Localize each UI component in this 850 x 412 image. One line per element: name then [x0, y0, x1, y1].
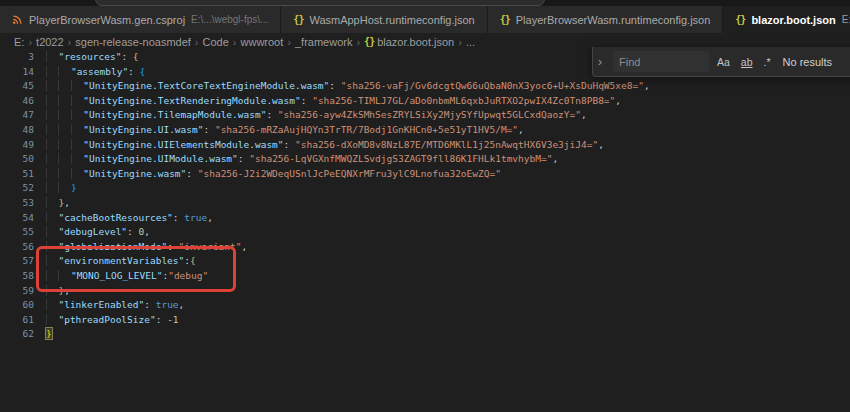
line-number: 59 [0, 284, 34, 299]
json-icon: {} [293, 14, 303, 25]
tab-label: blazor.boot.json [751, 14, 835, 26]
breadcrumb-item-label: ... [466, 36, 475, 48]
code-line[interactable]: 62} [0, 327, 850, 342]
indent-guide [71, 80, 83, 91]
breadcrumb-item-label: t2022 [36, 36, 64, 48]
code-line[interactable]: 54 "cacheBootResources": true, [0, 211, 850, 226]
token: { [190, 255, 196, 266]
indent-guide [46, 270, 58, 281]
token: : [329, 80, 340, 91]
indent-guide [46, 168, 58, 179]
code-text: "linkerEnabled": true, [34, 298, 184, 313]
breadcrumb-item-label: blazor.boot.json [377, 36, 454, 48]
tab-wasmapphost-runtimeconfig-json[interactable]: {}WasmAppHost.runtimeconfig.json [281, 6, 487, 33]
indent-guide [46, 182, 58, 193]
find-widget: › Find Aa ab .* No results ↑ ↓ ✕ [592, 47, 850, 77]
line-number: 51 [0, 167, 34, 182]
code-line[interactable]: 56 "globalizationMode": "invariant", [0, 240, 850, 255]
code-line[interactable]: 50 "UnityEngine.UIModule.wasm": "sha256-… [0, 152, 850, 167]
token: , [581, 109, 587, 120]
token: , [144, 226, 150, 237]
find-toggle-replace-chevron-icon[interactable]: › [598, 55, 608, 69]
match-case-icon[interactable]: Aa [714, 54, 733, 70]
token: "pthreadPoolSize" [58, 314, 155, 325]
line-number: 47 [0, 108, 34, 123]
breadcrumb-item-label: wwwroot [241, 36, 284, 48]
code-line[interactable]: 61 "pthreadPoolSize": -1 [0, 313, 850, 328]
code-area[interactable]: 3 "resources": {14 "assembly": {45 "Unit… [0, 50, 850, 412]
code-text: "debugLevel": 0, [34, 225, 150, 240]
code-line[interactable]: 52 } [0, 181, 850, 196]
code-line[interactable]: 55 "debugLevel": 0, [0, 225, 850, 240]
find-input[interactable]: Find [613, 51, 709, 72]
token: true [156, 299, 179, 310]
breadcrumb-separator-icon: › [233, 36, 237, 48]
find-results-label: No results [783, 56, 833, 68]
indent-guide [71, 109, 83, 120]
code-text: "UnityEngine.TilemapModule.wasm": "sha25… [34, 108, 587, 123]
breadcrumb-item[interactable]: {}blazor.boot.json [364, 36, 454, 48]
whole-word-icon[interactable]: ab [738, 54, 756, 70]
token: : [144, 299, 155, 310]
breadcrumb-item[interactable]: _framework [295, 36, 352, 48]
breadcrumb-item[interactable]: E: [14, 36, 24, 48]
token: , [64, 197, 70, 208]
indent-guide [58, 124, 70, 135]
breadcrumb-separator-icon: › [28, 36, 32, 48]
tab-playerbrowserwasm-gen-csproj[interactable]: PlayerBrowserWasm.gen.csprojE:\...\webgl… [0, 6, 281, 33]
line-number: 46 [0, 94, 34, 109]
code-text: "UnityEngine.TextRenderingModule.wasm": … [34, 94, 621, 109]
breadcrumb-item[interactable]: sgen-release-noasmdef [75, 36, 191, 48]
token: : [173, 212, 184, 223]
code-line[interactable]: 58 "MONO_LOG_LEVEL":"debug" [0, 269, 850, 284]
code-line[interactable]: 46 "UnityEngine.TextRenderingModule.wasm… [0, 94, 850, 109]
code-line[interactable]: 47 "UnityEngine.TilemapModule.wasm": "sh… [0, 108, 850, 123]
token: "UnityEngine.UIElementsModule.wasm" [83, 139, 283, 150]
indent-guide [71, 168, 83, 179]
title-bar [0, 0, 850, 6]
code-line[interactable]: 57 "environmentVariables":{ [0, 254, 850, 269]
regex-icon[interactable]: .* [761, 54, 774, 70]
tab-playerbrowserwasm-runtimeconfig-json[interactable]: {}PlayerBrowserWasm.runtimeconfig.json [488, 6, 724, 33]
code-line[interactable]: 51 "UnityEngine.wasm": "sha256-J2i2WDeqU… [0, 167, 850, 182]
token: "UnityEngine.wasm" [83, 168, 186, 179]
indent-guide [46, 255, 58, 266]
token: : [238, 153, 249, 164]
line-number: 62 [0, 327, 34, 342]
code-text: "UnityEngine.TextCoreTextEngineModule.wa… [34, 79, 650, 94]
indent-guide [58, 109, 70, 120]
line-number: 49 [0, 138, 34, 153]
token: "UnityEngine.TilemapModule.wasm" [83, 109, 266, 120]
code-line[interactable]: 53 }, [0, 196, 850, 211]
token: "sha256-vaFj/Gv6dcgtQw66uQbaN0nX3yoc6+U+… [341, 80, 644, 91]
code-line[interactable]: 60 "linkerEnabled": true, [0, 298, 850, 313]
tab-label: PlayerBrowserWasm.gen.csproj [29, 14, 185, 26]
line-number: 55 [0, 225, 34, 240]
token: , [518, 124, 524, 135]
code-line[interactable]: 45 "UnityEngine.TextCoreTextEngineModule… [0, 79, 850, 94]
breadcrumb-item[interactable]: wwwroot [241, 36, 284, 48]
token: , [64, 285, 70, 296]
code-text: } [34, 327, 52, 342]
indent-guide [46, 95, 58, 106]
tab-blazor-boot-json[interactable]: {}blazor.boot.jsonE:\...\sgen-release-no… [723, 6, 850, 33]
tab-description: E:\...\webgl-fps\... [191, 14, 268, 25]
token: : [156, 314, 167, 325]
token: "sha256-dXoMD8v8NzL87E/MTD6MKlL1j25nAwqt… [295, 139, 598, 150]
breadcrumb-item[interactable]: Code [203, 36, 229, 48]
token: : [266, 109, 277, 120]
line-number: 56 [0, 240, 34, 255]
indent-guide [58, 270, 70, 281]
breadcrumb-item[interactable]: t2022 [36, 36, 64, 48]
json-icon: {} [735, 14, 745, 25]
code-line[interactable]: 48 "UnityEngine.UI.wasm": "sha256-mRZaAu… [0, 123, 850, 138]
command-center[interactable] [95, 0, 545, 6]
code-line[interactable]: 59 }, [0, 284, 850, 299]
code-line[interactable]: 49 "UnityEngine.UIElementsModule.wasm": … [0, 138, 850, 153]
indent-guide [71, 95, 83, 106]
token: , [179, 299, 185, 310]
breadcrumb-item[interactable]: ... [466, 36, 475, 48]
breadcrumb-item-label: _framework [295, 36, 352, 48]
line-number: 14 [0, 65, 34, 80]
line-number: 48 [0, 123, 34, 138]
